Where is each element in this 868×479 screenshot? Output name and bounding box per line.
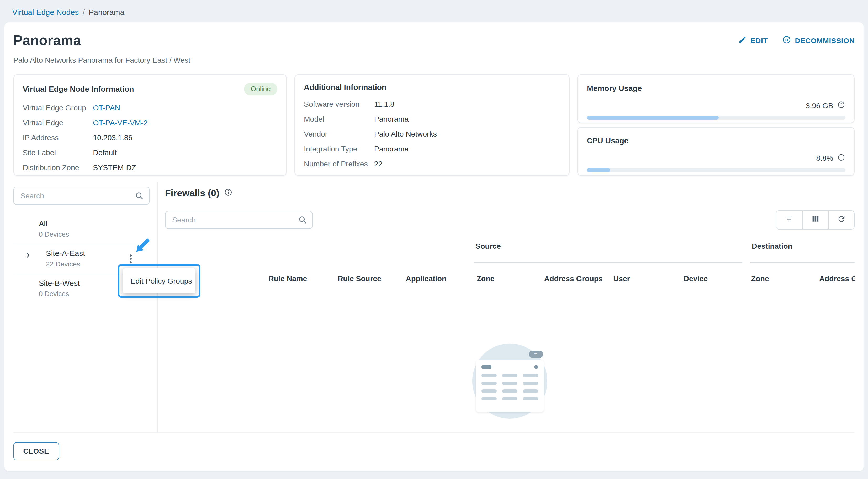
page: Virtual Edge Nodes / Panorama Panorama E… bbox=[0, 0, 868, 479]
breadcrumb-current: Panorama bbox=[89, 8, 124, 17]
columns-icon bbox=[811, 215, 820, 225]
breadcrumb: Virtual Edge Nodes / Panorama bbox=[0, 0, 868, 22]
node-info-title: Virtual Edge Node Information bbox=[23, 84, 134, 94]
annotation-highlight-box: Edit Policy Groups bbox=[118, 264, 200, 298]
empty-state-illustration: + bbox=[472, 344, 548, 419]
column-rule-name: Rule Name bbox=[269, 274, 307, 283]
decommission-button-label: DECOMMISSION bbox=[795, 37, 855, 45]
column-application: Application bbox=[406, 274, 446, 283]
field-model: Model Panorama bbox=[304, 114, 560, 124]
memory-usage-title: Memory Usage bbox=[587, 84, 642, 93]
card-header: Panorama EDIT DECOMMISSION bbox=[13, 32, 855, 48]
decommission-icon bbox=[782, 35, 791, 46]
cpu-usage-title: CPU Usage bbox=[587, 136, 628, 145]
search-icon bbox=[298, 215, 307, 227]
refresh-icon bbox=[837, 215, 846, 225]
chevron-right-icon[interactable] bbox=[24, 251, 31, 261]
memory-usage-value: 3.96 GB bbox=[806, 101, 833, 110]
firewalls-table-header: Source Destination Rule Name Rule Source… bbox=[165, 242, 855, 293]
firewalls-toolbar bbox=[165, 210, 855, 230]
column-group-source: Source bbox=[474, 242, 742, 263]
cpu-progress-track bbox=[587, 168, 845, 172]
search-icon bbox=[134, 191, 144, 203]
memory-progress-track bbox=[587, 116, 845, 120]
field-software-version: Software version 11.1.8 bbox=[304, 99, 560, 109]
virtual-edge-link[interactable]: OT-PA-VE-VM-2 bbox=[93, 118, 148, 128]
breadcrumb-link-virtual-edge-nodes[interactable]: Virtual Edge Nodes bbox=[12, 8, 79, 17]
page-title: Panorama bbox=[13, 32, 81, 48]
column-destination-address-groups: Address Groups bbox=[819, 274, 855, 283]
panorama-detail-card: Panorama EDIT DECOMMISSION Palo Alto Net… bbox=[4, 22, 864, 471]
field-virtual-edge-group: Virtual Edge Group OT-PAN bbox=[23, 103, 277, 113]
group-item-all[interactable]: All 0 Devices bbox=[13, 215, 150, 244]
additional-info-title: Additional Information bbox=[304, 83, 386, 92]
document-illustration bbox=[476, 360, 544, 412]
virtual-edge-group-link[interactable]: OT-PAN bbox=[93, 103, 120, 113]
firewalls-panel: Firewalls (0) Source D bbox=[158, 182, 855, 432]
info-icon bbox=[837, 153, 845, 164]
decommission-button[interactable]: DECOMMISSION bbox=[782, 35, 855, 46]
policy-groups-sidebar: All 0 Devices Site-A-East 22 Devices Sit… bbox=[13, 182, 158, 432]
cpu-usage-value: 8.8% bbox=[816, 154, 833, 163]
field-number-of-prefixes: Number of Prefixes 22 bbox=[304, 159, 560, 169]
page-subtitle: Palo Alto Networks Panorama for Factory … bbox=[13, 56, 855, 64]
status-badge: Online bbox=[244, 83, 277, 95]
field-vendor: Vendor Palo Alto Networks bbox=[304, 129, 560, 139]
column-group-destination: Destination bbox=[750, 242, 855, 263]
additional-info-card: Additional Information Software version … bbox=[294, 74, 570, 176]
field-integration-type: Integration Type Panorama bbox=[304, 144, 560, 154]
field-distribution-zone: Distribution Zone SYSTEM-DZ bbox=[23, 163, 277, 173]
info-icon bbox=[837, 101, 845, 111]
footer: CLOSE bbox=[13, 442, 855, 460]
kebab-menu-icon[interactable] bbox=[129, 253, 133, 264]
column-user: User bbox=[614, 274, 630, 283]
memory-usage-card: Memory Usage 3.96 GB bbox=[577, 74, 855, 123]
info-cards-row: Virtual Edge Node Information Online Vir… bbox=[13, 74, 855, 176]
memory-progress-fill bbox=[587, 116, 719, 120]
field-ip-address: IP Address 10.203.1.86 bbox=[23, 133, 277, 143]
header-actions: EDIT DECOMMISSION bbox=[738, 35, 855, 46]
pencil-icon bbox=[738, 36, 747, 46]
field-virtual-edge: Virtual Edge OT-PA-VE-VM-2 bbox=[23, 118, 277, 128]
cpu-usage-card: CPU Usage 8.8% bbox=[577, 127, 855, 176]
column-source-zone: Zone bbox=[476, 274, 494, 283]
menu-item-edit-policy-groups[interactable]: Edit Policy Groups bbox=[131, 277, 192, 285]
usage-cards-column: Memory Usage 3.96 GB CPU Usage 8.8% bbox=[577, 74, 855, 176]
firewalls-search-input[interactable] bbox=[165, 211, 313, 229]
firewalls-title: Firewalls (0) bbox=[165, 188, 219, 199]
column-destination-zone: Zone bbox=[751, 274, 769, 283]
empty-state: + bbox=[165, 344, 855, 419]
close-button[interactable]: CLOSE bbox=[13, 442, 59, 460]
filter-icon bbox=[784, 214, 794, 226]
refresh-button[interactable] bbox=[828, 211, 854, 229]
context-menu: Edit Policy Groups bbox=[123, 268, 195, 294]
info-icon bbox=[224, 188, 233, 199]
edit-button[interactable]: EDIT bbox=[738, 35, 768, 46]
edit-button-label: EDIT bbox=[750, 37, 768, 45]
table-tools-group bbox=[776, 210, 855, 230]
breadcrumb-separator: / bbox=[83, 8, 85, 17]
field-site-label: Site Label Default bbox=[23, 148, 277, 158]
sidebar-search-input[interactable] bbox=[13, 186, 150, 205]
column-source-address-groups: Address Groups bbox=[544, 274, 603, 283]
cpu-progress-fill bbox=[587, 168, 610, 172]
node-info-card: Virtual Edge Node Information Online Vir… bbox=[13, 74, 287, 176]
lower-section: All 0 Devices Site-A-East 22 Devices Sit… bbox=[13, 182, 855, 433]
plus-badge-icon: + bbox=[529, 351, 543, 358]
columns-button[interactable] bbox=[802, 211, 828, 229]
column-device: Device bbox=[684, 274, 708, 283]
column-rule-source: Rule Source bbox=[338, 274, 381, 283]
filter-button[interactable] bbox=[776, 211, 802, 229]
